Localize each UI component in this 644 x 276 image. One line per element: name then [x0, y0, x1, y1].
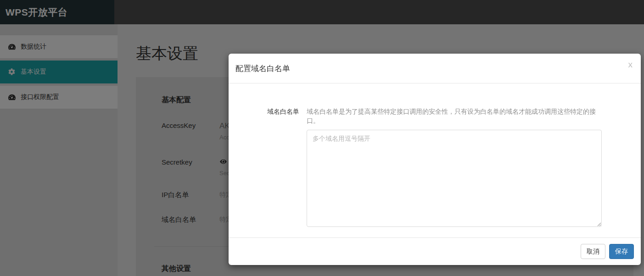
domain-whitelist-hint: 域名白名单是为了提高某些特定接口调用的安全性，只有设为白名单的域名才能成功调用这… — [307, 107, 602, 125]
domain-whitelist-control-column: 域名白名单是为了提高某些特定接口调用的安全性，只有设为白名单的域名才能成功调用这… — [307, 107, 602, 229]
modal-header: 配置域名白名单 x — [229, 54, 641, 83]
modal-title: 配置域名白名单 — [235, 63, 290, 74]
modal-footer: 取消 保存 — [229, 237, 641, 265]
domain-whitelist-form-row: 域名白名单 域名白名单是为了提高某些特定接口调用的安全性，只有设为白名单的域名才… — [267, 107, 602, 229]
domain-whitelist-field-label: 域名白名单 — [267, 107, 299, 116]
close-icon[interactable]: x — [628, 60, 633, 69]
modal-body: 域名白名单 域名白名单是为了提高某些特定接口调用的安全性，只有设为白名单的域名才… — [229, 83, 641, 229]
cancel-button[interactable]: 取消 — [581, 244, 605, 259]
save-button[interactable]: 保存 — [609, 244, 634, 259]
domain-whitelist-textarea[interactable] — [307, 130, 602, 227]
configure-domain-whitelist-modal: 配置域名白名单 x 域名白名单 域名白名单是为了提高某些特定接口调用的安全性，只… — [229, 54, 641, 265]
